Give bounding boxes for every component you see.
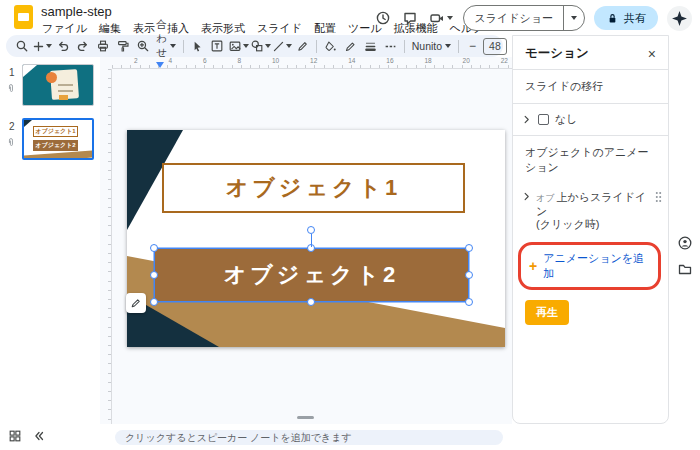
play-button[interactable]: 再生 [525, 300, 569, 325]
add-animation-label: アニメーションを追加 [543, 251, 652, 281]
collapse-filmstrip-icon[interactable] [32, 429, 46, 443]
app-header: sample-step ファイル 編集 表示 挿入 表示形式 スライド 配置 ツ… [0, 0, 700, 34]
share-button[interactable]: 共有 [594, 6, 658, 30]
slide-2-number: 2 [9, 121, 15, 132]
transition-value: なし [555, 112, 578, 127]
print-button[interactable] [93, 37, 112, 55]
thumb1-line-graphic [58, 84, 73, 86]
fill-color-button[interactable] [321, 37, 340, 55]
thumb1-line-graphic [58, 90, 73, 92]
add-plus-icon: + [529, 261, 537, 271]
ruler-tick: 16 [386, 57, 393, 67]
transition-preview-icon [538, 114, 549, 125]
toolbar-divider [316, 40, 317, 53]
share-button-label[interactable]: 共有 [624, 11, 646, 26]
slide-2-clip-icon [6, 136, 17, 149]
new-slide-button[interactable] [32, 37, 52, 55]
ruler-tick: 10 [272, 57, 279, 67]
vertical-ruler [100, 69, 112, 424]
object1-text: オブジェクト1 [226, 173, 401, 203]
notes-resize-handle[interactable] [297, 416, 314, 419]
font-size-decrease-button[interactable]: − [463, 37, 482, 55]
selection-handle[interactable] [465, 298, 473, 306]
text-box-button[interactable] [208, 37, 227, 55]
border-weight-button[interactable] [361, 37, 380, 55]
ruler-tick: 20 [463, 57, 470, 67]
new-slide-caret-icon[interactable] [46, 44, 52, 48]
paint-format-button[interactable] [113, 37, 132, 55]
thumb2-object2-mini: オブジェクト2 [33, 140, 79, 151]
slide-filmstrip: 1 2 オブジェクト1 オブジェクト2 [0, 57, 100, 424]
join-call-caret-icon[interactable] [447, 16, 453, 20]
object2-text-box-selected[interactable]: オブジェクト2 [155, 249, 468, 301]
rotation-handle[interactable] [307, 226, 315, 234]
insert-line-caret-icon[interactable] [286, 44, 292, 48]
slideshow-button-label[interactable]: スライドショー [464, 6, 563, 30]
slideshow-button[interactable]: スライドショー [463, 5, 585, 31]
insert-shape-caret-icon[interactable] [265, 44, 271, 48]
slide-1-clip-icon [6, 82, 17, 95]
toolbar-divider [404, 40, 405, 53]
motion-panel: モーション × スライドの移行 なし オブジェクトのアニメーション オブ上からス… [512, 35, 669, 424]
animation-list-item[interactable]: オブ上からスライドイン (クリック時) [513, 184, 668, 238]
font-family-select[interactable]: Nunito [409, 40, 454, 52]
insert-shape-button[interactable] [250, 37, 271, 55]
slide-editing-area[interactable]: オブジェクト1 オブジェクト2 [127, 130, 505, 347]
undo-button[interactable] [53, 37, 72, 55]
slide-transition-section-label: スライドの移行 [513, 70, 668, 103]
redo-button[interactable] [73, 37, 92, 55]
contacts-icon[interactable] [677, 235, 693, 251]
selection-handle[interactable] [150, 244, 158, 252]
speaker-notes-input[interactable]: クリックするとスピーカー ノートを追加できます [115, 430, 503, 445]
horizontal-ruler: 2 4 6 8 10 12 14 16 18 20 22 [112, 57, 512, 69]
folder-icon[interactable] [677, 261, 693, 277]
zoom-fit-caret-icon [170, 44, 176, 48]
version-history-icon[interactable] [374, 9, 392, 27]
slideshow-options-caret-icon[interactable] [563, 6, 584, 30]
slide-2-thumbnail-selected[interactable]: オブジェクト1 オブジェクト2 [22, 118, 94, 160]
zoom-icon[interactable] [133, 37, 152, 55]
selection-handle[interactable] [150, 298, 158, 306]
pen-tool-button[interactable] [293, 37, 312, 55]
ruler-indent-marker[interactable] [156, 62, 164, 68]
comments-icon[interactable] [401, 9, 419, 27]
thumb1-corner-shape [23, 65, 37, 77]
object1-text-box[interactable]: オブジェクト1 [162, 163, 465, 213]
close-panel-button[interactable]: × [648, 48, 656, 60]
selection-handle[interactable] [307, 298, 315, 306]
side-panel-rail [670, 35, 700, 424]
account-avatar[interactable] [667, 6, 692, 31]
ruler-tick: 8 [238, 57, 242, 67]
transition-row[interactable]: なし [513, 104, 668, 135]
ruler-tick: 12 [310, 57, 317, 67]
selection-handle[interactable] [465, 244, 473, 252]
quick-actions-button[interactable] [126, 293, 146, 313]
document-title[interactable]: sample-step [41, 4, 112, 19]
motion-panel-title: モーション [525, 45, 589, 62]
font-size-input[interactable]: 48 [483, 38, 507, 55]
select-tool-button[interactable] [188, 37, 207, 55]
font-family-value: Nunito [412, 40, 442, 52]
insert-image-button[interactable] [228, 37, 249, 55]
grid-view-icon[interactable] [8, 429, 22, 443]
ruler-tick: 2 [134, 57, 138, 67]
border-color-button[interactable] [341, 37, 360, 55]
selection-handle[interactable] [465, 271, 473, 279]
thumb2-navy-corner-shape [24, 120, 32, 127]
star-avatar-icon [671, 10, 688, 27]
search-menus-icon[interactable] [12, 37, 31, 55]
join-call-icon[interactable] [428, 9, 454, 27]
toolbar-divider [183, 40, 184, 53]
insert-line-button[interactable] [272, 37, 292, 55]
toolbar-divider [458, 40, 459, 53]
insert-image-caret-icon[interactable] [243, 44, 249, 48]
object-animations-section-label: オブジェクトのアニメーション [513, 136, 668, 184]
selection-handle[interactable] [150, 271, 158, 279]
editing-canvas[interactable]: 2 4 6 8 10 12 14 16 18 20 22 オブジェクト1 オブジ… [100, 57, 512, 424]
slide-1-thumbnail[interactable] [22, 64, 94, 106]
border-dash-button[interactable] [381, 37, 400, 55]
drag-handle-icon[interactable] [655, 191, 662, 202]
slides-logo-icon[interactable] [14, 5, 33, 29]
animation-object-prefix: オブ [536, 193, 554, 203]
add-animation-button[interactable]: + アニメーションを追加 [521, 246, 660, 286]
